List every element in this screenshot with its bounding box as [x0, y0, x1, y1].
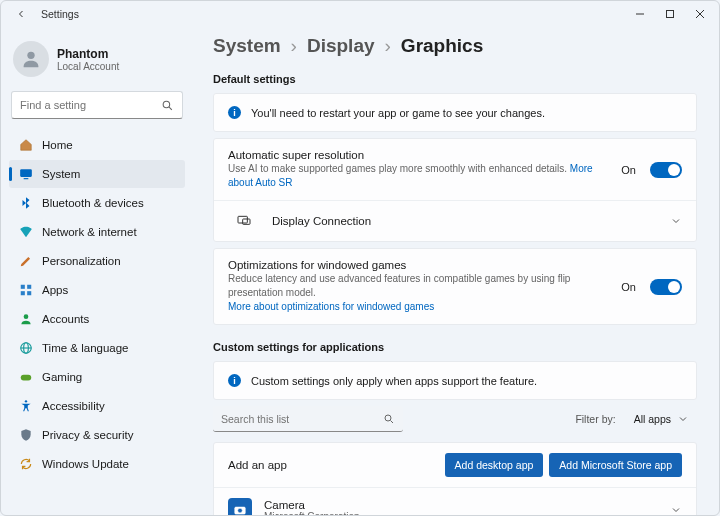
profile-account: Local Account	[57, 61, 119, 72]
wifi-icon	[19, 225, 33, 239]
breadcrumb-display[interactable]: Display	[307, 35, 375, 57]
display-connection-row[interactable]: Display Connection	[214, 201, 696, 241]
nav-network[interactable]: Network & internet	[9, 218, 185, 246]
back-button[interactable]	[9, 2, 33, 26]
nav-bluetooth[interactable]: Bluetooth & devices	[9, 189, 185, 217]
filter-label: Filter by:	[575, 413, 615, 425]
asr-toggle[interactable]	[650, 162, 682, 178]
system-icon	[19, 167, 33, 181]
nav: Home System Bluetooth & devices Network …	[9, 131, 185, 478]
breadcrumb: System › Display › Graphics	[213, 35, 697, 57]
main-content: System › Display › Graphics Default sett…	[193, 27, 719, 516]
owg-state: On	[621, 281, 636, 293]
section-default: Default settings	[213, 73, 697, 85]
search-icon	[161, 99, 174, 112]
svg-point-24	[238, 508, 243, 513]
accessibility-icon	[19, 399, 33, 413]
add-store-app-button[interactable]: Add Microsoft Store app	[549, 453, 682, 477]
auto-super-resolution-row: Automatic super resolution Use AI to mak…	[214, 139, 696, 201]
svg-point-13	[24, 314, 29, 319]
app-row-camera[interactable]: Camera Microsoft Corporation	[214, 487, 696, 516]
close-button[interactable]	[685, 2, 715, 26]
nav-apps[interactable]: Apps	[9, 276, 185, 304]
add-app-row: Add an app Add desktop app Add Microsoft…	[214, 443, 696, 487]
minimize-button[interactable]	[625, 2, 655, 26]
info-icon: i	[228, 106, 241, 119]
nav-home[interactable]: Home	[9, 131, 185, 159]
asr-title: Automatic super resolution	[228, 149, 613, 161]
svg-point-18	[25, 400, 27, 402]
svg-rect-20	[243, 219, 250, 224]
globe-icon	[19, 341, 33, 355]
asr-state: On	[621, 164, 636, 176]
restart-notice: i You'll need to restart your app or gam…	[214, 94, 696, 131]
chevron-down-icon	[670, 504, 682, 516]
nav-accounts[interactable]: Accounts	[9, 305, 185, 333]
svg-rect-12	[27, 291, 31, 295]
svg-point-21	[385, 415, 391, 421]
sidebar: Phantom Local Account Home System Blueto…	[1, 27, 193, 516]
app-search[interactable]	[213, 406, 403, 432]
owg-title: Optimizations for windowed games	[228, 259, 613, 271]
svg-rect-17	[21, 375, 32, 381]
add-desktop-app-button[interactable]: Add desktop app	[445, 453, 544, 477]
svg-rect-8	[24, 178, 29, 179]
settings-search[interactable]	[11, 91, 183, 119]
nav-update[interactable]: Windows Update	[9, 450, 185, 478]
settings-search-input[interactable]	[20, 99, 161, 111]
filter-select[interactable]: All apps	[626, 409, 697, 429]
titlebar: Settings	[1, 1, 719, 27]
svg-line-22	[391, 420, 394, 423]
windowed-games-row: Optimizations for windowed games Reduce …	[214, 249, 696, 324]
nav-personalization[interactable]: Personalization	[9, 247, 185, 275]
window-title: Settings	[41, 8, 79, 20]
svg-point-5	[163, 101, 170, 108]
svg-rect-11	[21, 291, 25, 295]
chevron-down-icon	[677, 413, 689, 425]
svg-rect-1	[667, 11, 674, 18]
shield-icon	[19, 428, 33, 442]
nav-accessibility[interactable]: Accessibility	[9, 392, 185, 420]
nav-privacy[interactable]: Privacy & security	[9, 421, 185, 449]
profile-name: Phantom	[57, 47, 119, 61]
svg-rect-7	[20, 169, 32, 177]
custom-notice: i Custom settings only apply when apps s…	[214, 362, 696, 399]
camera-icon	[228, 498, 252, 516]
apps-icon	[19, 283, 33, 297]
app-search-input[interactable]	[221, 413, 383, 425]
svg-rect-10	[27, 285, 31, 289]
brush-icon	[19, 254, 33, 268]
home-icon	[19, 138, 33, 152]
owg-link[interactable]: More about optimizations for windowed ga…	[228, 301, 434, 312]
svg-point-4	[27, 52, 34, 59]
update-icon	[19, 457, 33, 471]
chevron-right-icon: ›	[385, 35, 391, 57]
maximize-button[interactable]	[655, 2, 685, 26]
chevron-down-icon	[670, 215, 682, 227]
gaming-icon	[19, 370, 33, 384]
breadcrumb-graphics: Graphics	[401, 35, 483, 57]
monitor-icon	[236, 213, 252, 229]
bluetooth-icon	[19, 196, 33, 210]
svg-line-6	[169, 107, 172, 110]
breadcrumb-system[interactable]: System	[213, 35, 281, 57]
chevron-right-icon: ›	[291, 35, 297, 57]
nav-time[interactable]: Time & language	[9, 334, 185, 362]
search-icon	[383, 413, 395, 425]
person-icon	[19, 312, 33, 326]
svg-rect-9	[21, 285, 25, 289]
nav-gaming[interactable]: Gaming	[9, 363, 185, 391]
nav-system[interactable]: System	[9, 160, 185, 188]
owg-toggle[interactable]	[650, 279, 682, 295]
avatar	[13, 41, 49, 77]
profile[interactable]: Phantom Local Account	[13, 41, 181, 77]
section-custom: Custom settings for applications	[213, 341, 697, 353]
info-icon: i	[228, 374, 241, 387]
